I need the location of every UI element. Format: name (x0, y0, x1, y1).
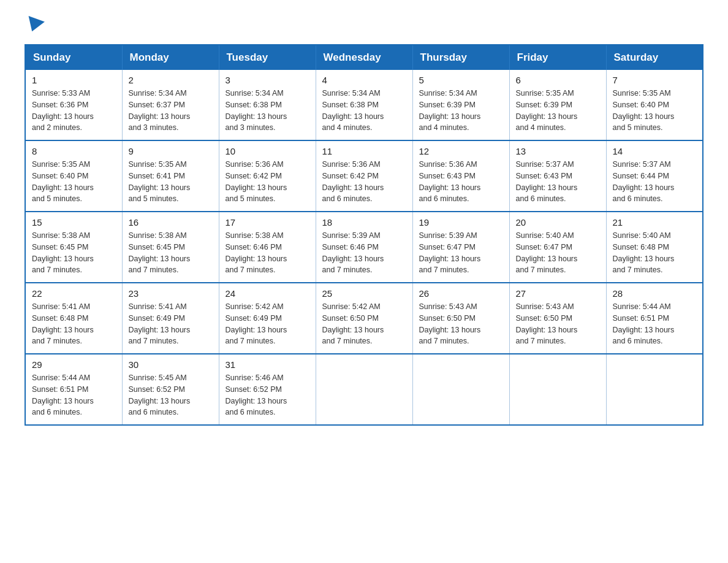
calendar-cell: 30 Sunrise: 5:45 AMSunset: 6:52 PMDaylig… (122, 354, 219, 425)
weekday-header-tuesday: Tuesday (219, 45, 316, 70)
calendar-cell: 5 Sunrise: 5:34 AMSunset: 6:39 PMDayligh… (412, 70, 509, 140)
weekday-header-friday: Friday (509, 45, 606, 70)
week-row-4: 22 Sunrise: 5:41 AMSunset: 6:48 PMDaylig… (25, 283, 703, 354)
day-info: Sunrise: 5:42 AMSunset: 6:49 PMDaylight:… (226, 301, 309, 347)
calendar-cell: 19 Sunrise: 5:39 AMSunset: 6:47 PMDaylig… (412, 212, 509, 283)
day-number: 8 (32, 146, 116, 156)
day-info: Sunrise: 5:45 AMSunset: 6:52 PMDaylight:… (129, 372, 213, 418)
calendar-cell: 27 Sunrise: 5:43 AMSunset: 6:50 PMDaylig… (509, 283, 606, 354)
day-info: Sunrise: 5:38 AMSunset: 6:45 PMDaylight:… (129, 230, 213, 276)
calendar-cell: 14 Sunrise: 5:37 AMSunset: 6:44 PMDaylig… (606, 140, 703, 212)
calendar-cell: 12 Sunrise: 5:36 AMSunset: 6:43 PMDaylig… (412, 140, 509, 212)
calendar-cell (606, 354, 703, 425)
calendar-cell: 1 Sunrise: 5:33 AMSunset: 6:36 PMDayligh… (25, 70, 122, 140)
day-number: 31 (226, 359, 309, 370)
day-info: Sunrise: 5:38 AMSunset: 6:46 PMDaylight:… (226, 230, 309, 276)
day-info: Sunrise: 5:37 AMSunset: 6:44 PMDaylight:… (613, 159, 697, 205)
day-info: Sunrise: 5:41 AMSunset: 6:49 PMDaylight:… (129, 301, 213, 347)
day-info: Sunrise: 5:36 AMSunset: 6:42 PMDaylight:… (226, 159, 309, 205)
day-number: 9 (129, 146, 213, 156)
week-row-2: 8 Sunrise: 5:35 AMSunset: 6:40 PMDayligh… (25, 140, 703, 212)
day-number: 17 (226, 217, 309, 228)
week-row-3: 15 Sunrise: 5:38 AMSunset: 6:45 PMDaylig… (25, 212, 703, 283)
calendar-cell: 22 Sunrise: 5:41 AMSunset: 6:48 PMDaylig… (25, 283, 122, 354)
day-info: Sunrise: 5:34 AMSunset: 6:38 PMDaylight:… (226, 88, 309, 134)
day-info: Sunrise: 5:40 AMSunset: 6:47 PMDaylight:… (516, 230, 600, 276)
day-number: 24 (226, 288, 309, 299)
day-number: 16 (129, 217, 213, 228)
day-number: 15 (32, 217, 116, 228)
calendar-cell: 18 Sunrise: 5:39 AMSunset: 6:46 PMDaylig… (316, 212, 412, 283)
day-info: Sunrise: 5:44 AMSunset: 6:51 PMDaylight:… (613, 301, 697, 347)
day-number: 29 (32, 359, 116, 370)
calendar-cell: 29 Sunrise: 5:44 AMSunset: 6:51 PMDaylig… (25, 354, 122, 425)
day-info: Sunrise: 5:43 AMSunset: 6:50 PMDaylight:… (516, 301, 600, 347)
day-info: Sunrise: 5:35 AMSunset: 6:39 PMDaylight:… (516, 88, 600, 134)
calendar-cell: 9 Sunrise: 5:35 AMSunset: 6:41 PMDayligh… (122, 140, 219, 212)
calendar-cell: 7 Sunrise: 5:35 AMSunset: 6:40 PMDayligh… (606, 70, 703, 140)
weekday-header-row: SundayMondayTuesdayWednesdayThursdayFrid… (25, 45, 703, 70)
day-info: Sunrise: 5:39 AMSunset: 6:46 PMDaylight:… (322, 230, 406, 276)
day-info: Sunrise: 5:40 AMSunset: 6:48 PMDaylight:… (613, 230, 697, 276)
day-info: Sunrise: 5:39 AMSunset: 6:47 PMDaylight:… (419, 230, 503, 276)
day-number: 10 (226, 146, 309, 156)
calendar-cell: 11 Sunrise: 5:36 AMSunset: 6:42 PMDaylig… (316, 140, 412, 212)
calendar-cell: 2 Sunrise: 5:34 AMSunset: 6:37 PMDayligh… (122, 70, 219, 140)
day-number: 3 (226, 75, 309, 85)
day-number: 1 (32, 75, 116, 85)
day-number: 23 (129, 288, 213, 299)
calendar-cell: 10 Sunrise: 5:36 AMSunset: 6:42 PMDaylig… (219, 140, 316, 212)
page-header (25, 18, 703, 32)
day-number: 4 (322, 75, 406, 85)
day-info: Sunrise: 5:34 AMSunset: 6:37 PMDaylight:… (129, 88, 213, 134)
day-info: Sunrise: 5:41 AMSunset: 6:48 PMDaylight:… (32, 301, 116, 347)
weekday-header-saturday: Saturday (606, 45, 703, 70)
calendar-cell: 21 Sunrise: 5:40 AMSunset: 6:48 PMDaylig… (606, 212, 703, 283)
logo (25, 18, 43, 32)
calendar-cell: 31 Sunrise: 5:46 AMSunset: 6:52 PMDaylig… (219, 354, 316, 425)
calendar-cell: 25 Sunrise: 5:42 AMSunset: 6:50 PMDaylig… (316, 283, 412, 354)
day-number: 20 (516, 217, 600, 228)
day-number: 14 (613, 146, 697, 156)
day-info: Sunrise: 5:34 AMSunset: 6:38 PMDaylight:… (322, 88, 406, 134)
day-number: 11 (322, 146, 406, 156)
calendar-cell: 26 Sunrise: 5:43 AMSunset: 6:50 PMDaylig… (412, 283, 509, 354)
day-info: Sunrise: 5:33 AMSunset: 6:36 PMDaylight:… (32, 88, 116, 134)
day-number: 25 (322, 288, 406, 299)
logo-triangle-icon (24, 16, 45, 34)
calendar-cell: 16 Sunrise: 5:38 AMSunset: 6:45 PMDaylig… (122, 212, 219, 283)
day-number: 27 (516, 288, 600, 299)
day-number: 7 (613, 75, 697, 85)
day-info: Sunrise: 5:35 AMSunset: 6:40 PMDaylight:… (32, 159, 116, 205)
calendar-cell: 3 Sunrise: 5:34 AMSunset: 6:38 PMDayligh… (219, 70, 316, 140)
weekday-header-wednesday: Wednesday (316, 45, 412, 70)
day-info: Sunrise: 5:36 AMSunset: 6:43 PMDaylight:… (419, 159, 503, 205)
calendar-cell: 23 Sunrise: 5:41 AMSunset: 6:49 PMDaylig… (122, 283, 219, 354)
day-number: 13 (516, 146, 600, 156)
calendar-cell: 20 Sunrise: 5:40 AMSunset: 6:47 PMDaylig… (509, 212, 606, 283)
calendar-cell: 15 Sunrise: 5:38 AMSunset: 6:45 PMDaylig… (25, 212, 122, 283)
day-number: 5 (419, 75, 503, 85)
day-info: Sunrise: 5:46 AMSunset: 6:52 PMDaylight:… (226, 372, 309, 418)
calendar-cell: 6 Sunrise: 5:35 AMSunset: 6:39 PMDayligh… (509, 70, 606, 140)
day-info: Sunrise: 5:37 AMSunset: 6:43 PMDaylight:… (516, 159, 600, 205)
calendar-table: SundayMondayTuesdayWednesdayThursdayFrid… (25, 44, 703, 426)
day-info: Sunrise: 5:38 AMSunset: 6:45 PMDaylight:… (32, 230, 116, 276)
day-number: 2 (129, 75, 213, 85)
calendar-cell (509, 354, 606, 425)
calendar-cell: 13 Sunrise: 5:37 AMSunset: 6:43 PMDaylig… (509, 140, 606, 212)
day-info: Sunrise: 5:43 AMSunset: 6:50 PMDaylight:… (419, 301, 503, 347)
weekday-header-sunday: Sunday (25, 45, 122, 70)
day-number: 6 (516, 75, 600, 85)
day-number: 28 (613, 288, 697, 299)
calendar-cell: 17 Sunrise: 5:38 AMSunset: 6:46 PMDaylig… (219, 212, 316, 283)
week-row-1: 1 Sunrise: 5:33 AMSunset: 6:36 PMDayligh… (25, 70, 703, 140)
day-number: 19 (419, 217, 503, 228)
day-number: 26 (419, 288, 503, 299)
day-number: 30 (129, 359, 213, 370)
week-row-5: 29 Sunrise: 5:44 AMSunset: 6:51 PMDaylig… (25, 354, 703, 425)
weekday-header-monday: Monday (122, 45, 219, 70)
calendar-cell: 28 Sunrise: 5:44 AMSunset: 6:51 PMDaylig… (606, 283, 703, 354)
day-info: Sunrise: 5:35 AMSunset: 6:40 PMDaylight:… (613, 88, 697, 134)
calendar-cell (316, 354, 412, 425)
